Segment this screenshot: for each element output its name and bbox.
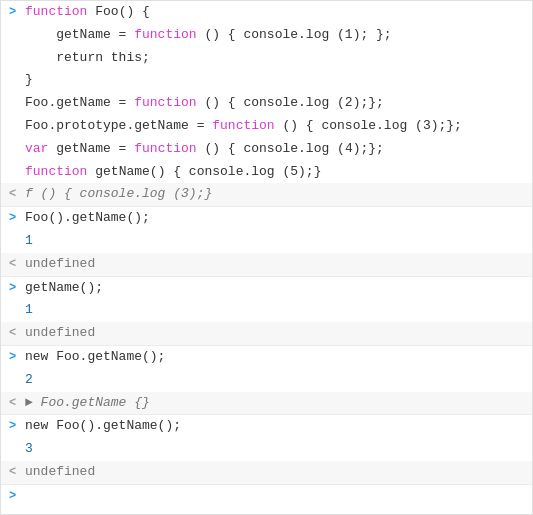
code-20: 3 [25, 439, 524, 460]
line-6: Foo.prototype.getName = function () { co… [1, 115, 532, 138]
line-16: > new Foo.getName(); [1, 346, 532, 369]
code-22[interactable] [25, 486, 524, 507]
line-5: Foo.getName = function () { console.log … [1, 92, 532, 115]
prompt-6 [9, 117, 25, 136]
line-19: > new Foo().getName(); [1, 415, 532, 438]
code-18: ► Foo.getName {} [25, 393, 524, 414]
line-14-output: 1 [1, 299, 532, 322]
line-9-result: < f () { console.log (3);} [1, 183, 532, 206]
prompt-15: < [9, 324, 25, 343]
prompt-22: > [9, 487, 25, 506]
prompt-2 [9, 26, 25, 45]
prompt-8 [9, 163, 25, 182]
line-18-result: < ► Foo.getName {} [1, 392, 532, 415]
line-7: var getName = function () { console.log … [1, 138, 532, 161]
line-8: function getName() { console.log (5);} [1, 161, 532, 184]
code-16: new Foo.getName(); [25, 347, 524, 368]
prompt-16: > [9, 348, 25, 367]
code-3: return this; [25, 48, 524, 69]
line-10: > Foo().getName(); [1, 207, 532, 230]
line-22-empty[interactable]: > [1, 485, 532, 508]
line-15-result: < undefined [1, 322, 532, 345]
code-21: undefined [25, 462, 524, 483]
line-2: getName = function () { console.log (1);… [1, 24, 532, 47]
console-panel: > function Foo() { getName = function ()… [0, 0, 533, 515]
line-20-output: 3 [1, 438, 532, 461]
prompt-17 [9, 371, 25, 390]
code-7: var getName = function () { console.log … [25, 139, 524, 160]
prompt-5 [9, 94, 25, 113]
code-6: Foo.prototype.getName = function () { co… [25, 116, 524, 137]
prompt-13: > [9, 279, 25, 298]
line-4: } [1, 69, 532, 92]
prompt-7 [9, 140, 25, 159]
code-15: undefined [25, 323, 524, 344]
code-9: f () { console.log (3);} [25, 184, 524, 205]
code-19: new Foo().getName(); [25, 416, 524, 437]
line-11-output: 1 [1, 230, 532, 253]
prompt-12: < [9, 255, 25, 274]
prompt-1: > [9, 3, 25, 22]
prompt-4 [9, 71, 25, 90]
line-13: > getName(); [1, 277, 532, 300]
code-4: } [25, 70, 524, 91]
code-10: Foo().getName(); [25, 208, 524, 229]
line-3: return this; [1, 47, 532, 70]
line-12-result: < undefined [1, 253, 532, 276]
prompt-9: < [9, 185, 25, 204]
line-21-result: < undefined [1, 461, 532, 484]
code-14: 1 [25, 300, 524, 321]
code-11: 1 [25, 231, 524, 252]
prompt-14 [9, 301, 25, 320]
code-2: getName = function () { console.log (1);… [25, 25, 524, 46]
prompt-21: < [9, 463, 25, 482]
prompt-10: > [9, 209, 25, 228]
line-17-output: 2 [1, 369, 532, 392]
code-12: undefined [25, 254, 524, 275]
prompt-3 [9, 49, 25, 68]
prompt-19: > [9, 417, 25, 436]
code-17: 2 [25, 370, 524, 391]
prompt-11 [9, 232, 25, 251]
code-1: function Foo() { [25, 2, 524, 23]
prompt-20 [9, 440, 25, 459]
code-5: Foo.getName = function () { console.log … [25, 93, 524, 114]
code-13: getName(); [25, 278, 524, 299]
line-1: > function Foo() { [1, 1, 532, 24]
code-8: function getName() { console.log (5);} [25, 162, 524, 183]
prompt-18: < [9, 394, 25, 413]
